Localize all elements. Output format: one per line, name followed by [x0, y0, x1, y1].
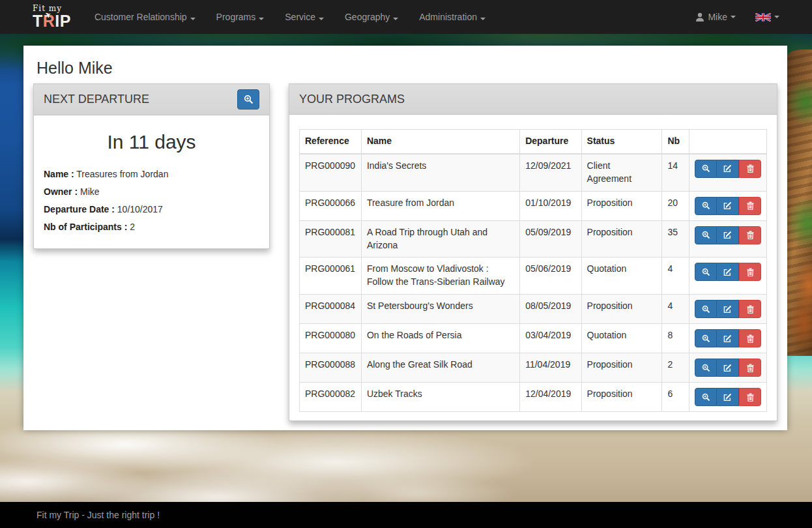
- user-menu[interactable]: Mike: [695, 12, 736, 22]
- actions-cell: [689, 220, 767, 257]
- edit-icon: [723, 334, 732, 343]
- reference-cell: PRG000088: [300, 353, 362, 383]
- column-reference: Reference: [300, 130, 362, 154]
- footer: Fit my Trip - Just the right trip !: [0, 502, 812, 528]
- countdown-text: In 11 days: [44, 131, 259, 153]
- delete-program-button[interactable]: [739, 388, 761, 406]
- next-departure-panel: NEXT DEPARTURE In 11 days Name : Treasur…: [33, 83, 270, 249]
- row-actions: [695, 300, 761, 318]
- nb-cell: 20: [662, 191, 689, 220]
- logo-line2: TR✈IP: [33, 12, 71, 30]
- edit-icon: [723, 393, 732, 402]
- edit-program-button[interactable]: [717, 226, 739, 244]
- menu-service[interactable]: Service: [274, 0, 334, 34]
- view-program-button[interactable]: [695, 226, 717, 244]
- status-cell: Proposition: [581, 353, 662, 383]
- departure-cell: 05/06/2019: [520, 257, 581, 295]
- app-logo[interactable]: Fit my TR✈IP: [33, 5, 71, 29]
- reference-cell: PRG000090: [300, 154, 362, 191]
- edit-icon: [723, 231, 732, 239]
- row-actions: [695, 359, 761, 377]
- trash-icon: [746, 393, 755, 402]
- actions-cell: [689, 295, 767, 324]
- trash-icon: [746, 268, 755, 276]
- programs-title: YOUR PROGRAMS: [299, 93, 405, 106]
- view-program-button[interactable]: [695, 359, 717, 377]
- program-row: PRG000066 Treasure from Jordan 01/10/201…: [300, 191, 767, 220]
- edit-program-button[interactable]: [717, 263, 739, 281]
- program-row: PRG000084 St Petersbourg's Wonders 08/05…: [300, 295, 767, 324]
- main-content: Hello Mike NEXT DEPARTURE In 11 days Nam…: [23, 46, 787, 430]
- view-program-button[interactable]: [695, 263, 717, 281]
- status-cell: Quotation: [581, 324, 662, 353]
- edit-program-button[interactable]: [717, 388, 739, 406]
- delete-program-button[interactable]: [739, 263, 761, 281]
- actions-cell: [689, 191, 767, 220]
- actions-cell: [689, 324, 767, 353]
- chevron-down-icon: [480, 18, 486, 20]
- menu-customer-relationship[interactable]: Customer Relationship: [84, 0, 206, 34]
- delete-program-button[interactable]: [739, 160, 761, 178]
- programs-body: Reference Name Departure Status Nb PRG00…: [289, 115, 777, 420]
- programs-heading: YOUR PROGRAMS: [289, 84, 777, 115]
- row-actions: [695, 160, 761, 178]
- uk-flag-icon: [755, 13, 771, 22]
- name-cell: India's Secrets: [361, 154, 519, 191]
- next-departure-body: In 11 days Name : Treasures from Jordan …: [34, 115, 269, 248]
- delete-program-button[interactable]: [739, 359, 761, 377]
- logo-r-accent: R✈: [43, 12, 55, 30]
- next-departure-search-button[interactable]: [237, 89, 259, 110]
- language-menu[interactable]: [755, 13, 779, 22]
- edit-icon: [723, 201, 732, 210]
- view-program-button[interactable]: [695, 160, 717, 178]
- view-program-button[interactable]: [695, 197, 717, 215]
- column-nb: Nb: [662, 130, 689, 154]
- edit-program-button[interactable]: [717, 329, 739, 347]
- name-cell: A Road Trip through Utah and Arizona: [361, 220, 519, 257]
- program-row: PRG000061 From Moscow to Vladivostok : F…: [300, 257, 767, 295]
- edit-program-button[interactable]: [717, 197, 739, 215]
- view-program-button[interactable]: [695, 300, 717, 318]
- menu-programs[interactable]: Programs: [206, 0, 275, 34]
- user-icon: [695, 12, 704, 22]
- search-icon: [702, 364, 710, 372]
- next-departure-heading: NEXT DEPARTURE: [34, 84, 269, 115]
- menu-geography[interactable]: Geography: [334, 0, 409, 34]
- departure-field-date: Departure Date : 10/10/2017: [44, 204, 259, 214]
- delete-program-button[interactable]: [739, 226, 761, 244]
- departure-cell: 03/04/2019: [520, 324, 581, 353]
- trash-icon: [746, 364, 755, 372]
- edit-program-button[interactable]: [717, 160, 739, 178]
- departure-field-participants: Nb of Participants : 2: [44, 222, 259, 232]
- view-program-button[interactable]: [695, 329, 717, 347]
- departure-cell: 12/04/2019: [520, 383, 581, 412]
- delete-program-button[interactable]: [739, 197, 761, 215]
- footer-tagline: Fit my Trip - Just the right trip !: [36, 510, 160, 520]
- name-cell: Along the Great Silk Road: [361, 353, 519, 383]
- program-row: PRG000082 Uzbek Tracks 12/04/2019 Propos…: [300, 383, 767, 412]
- name-cell: On the Roads of Persia: [361, 324, 519, 353]
- status-cell: Quotation: [581, 257, 662, 295]
- departure-cell: 12/09/2021: [520, 154, 581, 191]
- edit-program-button[interactable]: [717, 359, 739, 377]
- column-name: Name: [361, 130, 519, 154]
- table-header-row: Reference Name Departure Status Nb: [300, 130, 767, 154]
- nb-cell: 6: [662, 383, 689, 412]
- delete-program-button[interactable]: [739, 329, 761, 347]
- nb-cell: 8: [662, 324, 689, 353]
- view-program-button[interactable]: [695, 388, 717, 406]
- program-row: PRG000088 Along the Great Silk Road 11/0…: [300, 353, 767, 383]
- nb-cell: 2: [662, 353, 689, 383]
- edit-icon: [723, 164, 732, 173]
- search-icon: [702, 268, 710, 276]
- edit-program-button[interactable]: [717, 300, 739, 318]
- departure-cell: 01/10/2019: [520, 191, 581, 220]
- name-cell: St Petersbourg's Wonders: [361, 295, 519, 324]
- program-row: PRG000090 India's Secrets 12/09/2021 Cli…: [300, 154, 767, 191]
- search-icon: [702, 334, 710, 343]
- search-icon: [702, 231, 710, 239]
- delete-program-button[interactable]: [739, 300, 761, 318]
- menu-administration[interactable]: Administration: [409, 0, 496, 34]
- trash-icon: [746, 201, 755, 210]
- departure-cell: 11/04/2019: [520, 353, 581, 383]
